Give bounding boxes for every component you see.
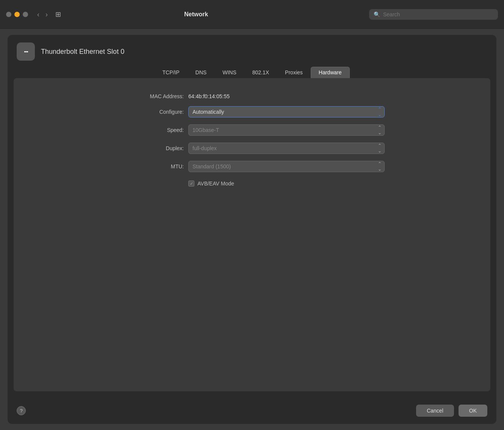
speed-dropdown-wrapper: 10Gbase-T 1000baseT 100baseTX 10baseT ⌃⌄ — [188, 124, 385, 136]
tab-dns[interactable]: DNS — [188, 67, 215, 78]
tabs: TCP/IP DNS WINS 802.1X Proxies Hardware — [8, 67, 496, 78]
titlebar: ‹ › ⊞ Network 🔍 — [0, 0, 504, 29]
mac-address-row: MAC Address: 64:4b:f0:14:05:55 — [119, 93, 385, 99]
mtu-label: MTU: — [119, 163, 184, 169]
search-input[interactable] — [383, 11, 493, 17]
speed-row: Speed: 10Gbase-T 1000baseT 100baseTX 10b… — [119, 124, 385, 136]
search-box[interactable]: 🔍 — [369, 9, 498, 20]
avb-checkbox-row: ✓ AVB/EAV Mode — [188, 180, 385, 187]
main-content: ··· Thunderbolt Ethernet Slot 0 TCP/IP D… — [0, 29, 504, 430]
ethernet-icon: ··· — [17, 42, 35, 61]
tab-proxies[interactable]: Proxies — [277, 67, 311, 78]
configure-label: Configure: — [119, 109, 184, 115]
speed-select[interactable]: 10Gbase-T 1000baseT 100baseTX 10baseT — [188, 124, 385, 136]
tab-8021x[interactable]: 802.1X — [244, 67, 277, 78]
duplex-row: Duplex: full-duplex half-duplex ⌃⌄ — [119, 143, 385, 154]
help-icon: ? — [20, 408, 22, 414]
bottom-actions: Cancel OK — [416, 405, 487, 417]
tab-content: MAC Address: 64:4b:f0:14:05:55 Configure… — [14, 78, 490, 391]
ok-button[interactable]: OK — [459, 405, 487, 417]
tab-tcpip[interactable]: TCP/IP — [154, 67, 187, 78]
tab-wins[interactable]: WINS — [214, 67, 244, 78]
avb-checkbox[interactable]: ✓ — [188, 180, 194, 187]
panel-header: ··· Thunderbolt Ethernet Slot 0 — [8, 35, 496, 67]
bottom-bar: ? Cancel OK — [8, 397, 496, 424]
mtu-row: MTU: Standard (1500) Custom ⌃⌄ — [119, 161, 385, 172]
avb-label: AVB/EAV Mode — [197, 180, 234, 187]
tab-hardware[interactable]: Hardware — [311, 67, 350, 78]
duplex-dropdown-wrapper: full-duplex half-duplex ⌃⌄ — [188, 143, 385, 154]
hardware-form: MAC Address: 64:4b:f0:14:05:55 Configure… — [119, 93, 385, 187]
window-title: Network — [23, 11, 369, 18]
configure-dropdown-wrapper: Automatically Manually ⌃⌄ — [188, 106, 385, 118]
close-button[interactable] — [6, 12, 11, 17]
configure-row: Configure: Automatically Manually ⌃⌄ — [119, 106, 385, 118]
duplex-label: Duplex: — [119, 145, 184, 151]
mtu-select[interactable]: Standard (1500) Custom — [188, 161, 385, 172]
help-button[interactable]: ? — [17, 406, 26, 415]
minimize-button[interactable] — [14, 12, 20, 17]
mac-label: MAC Address: — [119, 93, 184, 99]
speed-label: Speed: — [119, 127, 184, 133]
search-icon: 🔍 — [374, 11, 380, 17]
duplex-select[interactable]: full-duplex half-duplex — [188, 143, 385, 154]
checkbox-check-icon: ✓ — [190, 181, 193, 186]
device-name: Thunderbolt Ethernet Slot 0 — [41, 48, 124, 56]
cancel-button[interactable]: Cancel — [416, 405, 454, 417]
mac-value: 64:4b:f0:14:05:55 — [188, 93, 230, 99]
configure-select[interactable]: Automatically Manually — [188, 106, 385, 118]
panel: ··· Thunderbolt Ethernet Slot 0 TCP/IP D… — [8, 35, 496, 424]
mtu-dropdown-wrapper: Standard (1500) Custom ⌃⌄ — [188, 161, 385, 172]
